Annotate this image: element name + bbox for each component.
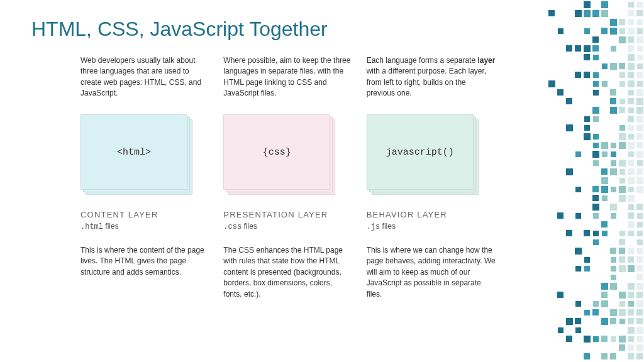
deco-square [636,168,643,175]
deco-square [593,239,599,245]
deco-square [636,151,643,158]
deco-square [593,213,599,219]
deco-square [610,19,617,26]
card-label-js: javascript() [386,147,454,158]
deco-square [557,292,564,298]
deco-square [637,19,643,25]
layer-col-js: BEHAVIOR LAYER .js files [367,210,496,231]
deco-square [592,10,599,17]
deco-square [575,45,581,52]
file-suffix: files [242,222,257,231]
deco-square [593,72,599,78]
deco-square [636,124,643,131]
deco-square [636,344,643,351]
deco-square [628,344,634,351]
deco-square [628,90,634,96]
deco-square [619,265,626,272]
layer-name-css: PRESENTATION LAYER [223,210,352,219]
deco-square [611,160,616,166]
deco-square [619,28,625,34]
deco-square [637,28,643,34]
deco-square [610,204,617,211]
deco-square [628,80,635,87]
deco-square [636,142,643,148]
deco-square [619,169,625,175]
deco-square [584,45,591,52]
deco-square [628,36,634,43]
deco-square [619,195,626,202]
deco-square [628,283,635,290]
card-stack-html: <html> [80,114,192,195]
deco-square [636,204,643,210]
deco-square [584,1,591,8]
deco-square [584,133,591,140]
intro-row: Web developers usually talk about three … [80,55,496,99]
deco-square [601,336,608,342]
deco-square [619,178,625,184]
deco-square [636,265,643,272]
deco-square [566,230,572,236]
deco-square [637,248,643,254]
deco-square [557,89,564,96]
deco-square [637,72,643,78]
deco-square [610,107,617,114]
deco-square [592,309,599,315]
deco-square [592,45,599,52]
deco-square [637,222,643,228]
intro3-a: Each language forms a separate [367,56,478,65]
deco-square [636,283,643,290]
deco-square [611,143,616,148]
deco-square [628,107,634,113]
deco-square [611,336,616,342]
deco-square [548,80,555,87]
card-stack-css: {css} [223,114,335,195]
deco-square [619,107,625,113]
deco-square [601,221,608,228]
deco-square [584,353,590,359]
deco-square [636,10,643,16]
deco-square [566,318,573,325]
deco-square [636,116,643,123]
deco-square [628,98,634,104]
deco-square [628,168,635,175]
deco-square [628,327,635,334]
deco-square [575,327,581,333]
deco-square [628,353,634,359]
deco-square [611,213,616,219]
deco-square [593,160,599,166]
deco-square [628,292,634,298]
deco-square [584,230,590,236]
deco-square [628,151,634,157]
deco-square [636,327,643,334]
layer-row: CONTENT LAYER .html files PRESENTATION L… [80,210,496,231]
deco-square [636,274,643,280]
deco-square [619,72,625,78]
deco-square [619,36,626,43]
deco-square [628,45,634,52]
deco-square [628,2,634,8]
deco-square [610,353,616,359]
layer-file-html: .html files [80,222,209,231]
deco-square [628,204,634,210]
deco-square [636,353,643,359]
deco-square [601,283,608,290]
deco-square [601,292,608,298]
intro3-b: layer [477,56,495,65]
deco-square [593,143,599,148]
deco-square [628,318,634,324]
deco-square [628,336,634,342]
deco-square [637,2,643,8]
deco-square [611,46,616,52]
deco-square [548,10,555,16]
deco-square [593,116,599,122]
deco-square [584,116,590,122]
deco-square [584,125,590,131]
deco-square [619,239,625,245]
deco-square [619,336,626,343]
deco-square [601,186,608,193]
deco-square [584,72,590,78]
deco-square [611,266,616,272]
card-label-css: {css} [263,147,291,158]
deco-square [619,256,625,263]
deco-square [628,10,634,16]
